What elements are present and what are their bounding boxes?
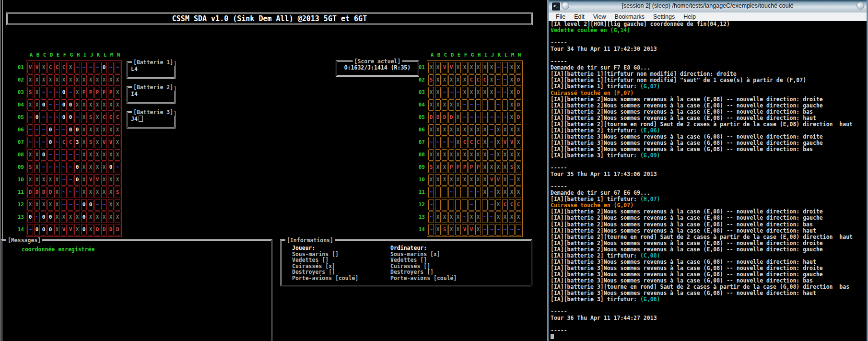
grid-cell: X xyxy=(442,149,447,161)
grid-cell: X xyxy=(74,99,80,111)
grid-cell: X xyxy=(428,174,434,186)
grid-col-header: D xyxy=(449,52,456,60)
grid-row-label: 06 xyxy=(14,124,25,136)
grid-cell: X xyxy=(502,124,508,136)
grid-cell: P xyxy=(88,87,94,98)
grid-row-label: 04 xyxy=(14,99,25,111)
grid-cell: ~ xyxy=(495,87,501,98)
grid-cell: X xyxy=(108,212,114,223)
grid-cell: X xyxy=(101,174,107,186)
grid-cell: X xyxy=(115,149,120,161)
terminal-line xyxy=(551,34,866,40)
grid-cell: X xyxy=(455,224,461,235)
fleet-item: Vedettes [] xyxy=(292,257,390,263)
grid-cell: 0 xyxy=(34,224,40,235)
grid-cell xyxy=(442,199,447,211)
grid-cell: 0 xyxy=(68,112,73,123)
grid-cell: X xyxy=(101,99,107,111)
grid-cell: P xyxy=(81,87,87,98)
grid-cell: X xyxy=(475,124,481,136)
terminal-titlebar[interactable]: >_ [session 2] (sleep) /home/tests/langa… xyxy=(549,0,867,12)
grid-cell: ~ xyxy=(61,199,67,211)
grid-cell: ~ xyxy=(462,112,468,123)
fleet-item: Porte-avions [coulé] xyxy=(390,275,489,282)
grid-cell: X xyxy=(94,124,100,136)
grid-cell: V xyxy=(27,62,33,73)
grid-cell: X xyxy=(448,74,454,86)
grid-cell: X xyxy=(502,149,508,161)
menu-item-bookmarks[interactable]: Bookmarks xyxy=(610,13,649,20)
grid-cell: ~ xyxy=(428,137,434,148)
grid-cell: D xyxy=(516,74,521,86)
terminal-output[interactable]: [IA level 2][HOR][lig gauche] coordonnée… xyxy=(551,21,866,341)
grid-cell: X xyxy=(115,74,120,86)
grid-cell: ~ xyxy=(68,174,73,186)
grid-cell xyxy=(482,99,488,111)
grid-cell: X xyxy=(88,162,94,173)
grid-cell: X xyxy=(475,62,481,73)
grid-cell: P xyxy=(101,87,107,98)
grid-cell: ~ xyxy=(74,62,80,73)
grid-cell: X xyxy=(34,74,40,86)
grid-cell: D xyxy=(41,187,47,198)
grid-cell: X xyxy=(469,62,474,73)
grid-cell: X xyxy=(88,99,94,111)
grid-cell: ~ xyxy=(482,112,488,123)
grid-cell: 0 xyxy=(47,124,53,136)
grid-cell: X xyxy=(428,62,434,73)
grid-cell: X xyxy=(108,124,114,136)
grid-cell: 0 xyxy=(41,212,47,223)
grid-cell: X xyxy=(462,124,468,136)
grid-col-header: N xyxy=(115,52,122,60)
grid-cell: ~ xyxy=(115,162,120,173)
grid-cell: X xyxy=(94,99,100,111)
grid-row-label: 12 xyxy=(14,199,25,211)
grid-cell: X xyxy=(94,162,100,173)
shade-button[interactable]: ˇ xyxy=(856,2,864,10)
grid-col-header: F xyxy=(61,52,68,60)
messages-label: [Messages] xyxy=(6,237,42,244)
grid-col-header: E xyxy=(456,52,462,60)
grid-cell: X xyxy=(462,74,468,86)
grid-cell: ~ xyxy=(442,87,447,98)
grid-cell: X xyxy=(428,149,434,161)
grid-cell: ~ xyxy=(469,99,474,111)
grid-cell: X xyxy=(54,212,60,223)
grid-cell: X xyxy=(455,137,461,148)
menu-item-settings[interactable]: Settings xyxy=(649,13,679,20)
grid-cell: ~ xyxy=(428,187,434,198)
grid-row-label: 05 xyxy=(415,111,426,124)
grid-cell: ~ xyxy=(27,137,33,148)
grid-cell: ~ xyxy=(41,112,47,123)
grid-cell: X xyxy=(482,162,488,173)
grid-cell: 0 xyxy=(81,224,87,235)
grid-cell: V xyxy=(68,224,73,235)
grid-cell: X xyxy=(34,99,40,111)
grid-cell: X xyxy=(81,137,87,148)
grid-cell: X xyxy=(435,124,441,136)
grid-cell: X xyxy=(509,62,515,73)
grid-row-label: 14 xyxy=(14,223,25,236)
grid-cell: D xyxy=(448,112,454,123)
grid-cell: X xyxy=(34,162,40,173)
grid-col-header: J xyxy=(489,52,496,60)
menu-item-file[interactable]: File xyxy=(551,13,570,20)
menu-item-help[interactable]: Help xyxy=(679,13,700,20)
grid-cell: S xyxy=(442,224,447,235)
grid-cell: P xyxy=(475,162,481,173)
konsole-app-icon[interactable]: >_ xyxy=(551,2,561,11)
grid-cell: X xyxy=(448,99,454,111)
menu-item-view[interactable]: View xyxy=(589,13,610,20)
terminal-line: Tour 35 Thu Apr 11 17:43:06 2013 xyxy=(551,171,866,177)
grid-cell: X xyxy=(442,74,447,86)
grid-cell: 0 xyxy=(41,99,47,111)
grid-cell: 0 xyxy=(74,124,80,136)
grid-cell: ~ xyxy=(34,212,40,223)
grid-cell: ~ xyxy=(47,162,53,173)
terminal-line xyxy=(551,52,866,59)
menu-item-edit[interactable]: Edit xyxy=(570,13,589,20)
grid-cell: X xyxy=(516,149,521,161)
grid-cell: X xyxy=(68,212,73,223)
grid-cell: C xyxy=(516,199,521,211)
grid-cell: ~ xyxy=(61,149,67,161)
